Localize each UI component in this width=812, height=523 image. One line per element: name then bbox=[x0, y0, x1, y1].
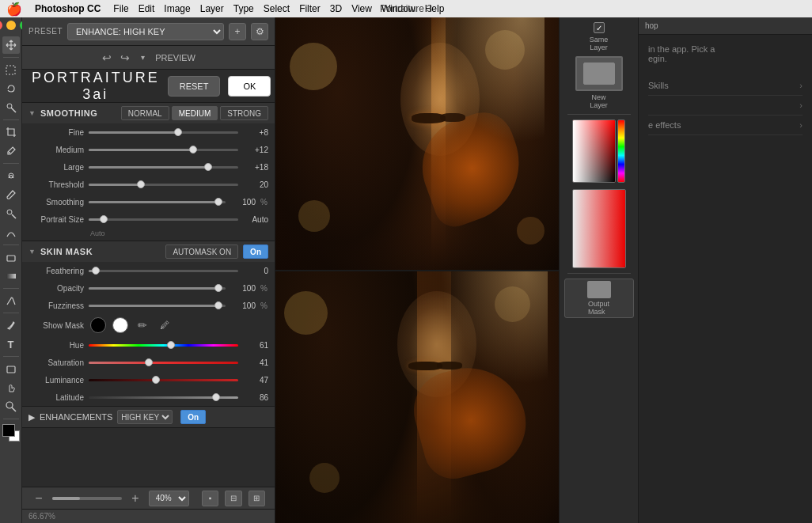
preset-select[interactable]: ENHANCE: HIGH KEY bbox=[67, 23, 224, 40]
history-dropdown[interactable]: ▾ bbox=[138, 50, 150, 66]
tab-strong[interactable]: STRONG bbox=[220, 106, 268, 120]
color-spectrum[interactable] bbox=[617, 119, 625, 183]
tab-medium[interactable]: MEDIUM bbox=[172, 106, 218, 120]
menu-select[interactable]: Select bbox=[264, 3, 290, 14]
smoothing-track[interactable] bbox=[89, 201, 226, 203]
enhancements-header[interactable]: ▶ ENHANCEMENTS HIGH KEY On bbox=[22, 407, 275, 427]
tool-eraser[interactable] bbox=[2, 248, 20, 266]
mask-black[interactable] bbox=[90, 317, 106, 333]
app-name: Photoshop CC bbox=[35, 3, 101, 14]
menu-edit[interactable]: Edit bbox=[138, 3, 155, 14]
foreground-color[interactable] bbox=[2, 424, 20, 442]
tool-clone-stamp[interactable] bbox=[2, 205, 20, 222]
enhancements-toggle[interactable]: On bbox=[180, 410, 206, 424]
zoom-select[interactable]: 40% bbox=[149, 491, 189, 506]
smoothing-thumb[interactable] bbox=[214, 198, 222, 206]
fine-track[interactable] bbox=[89, 131, 238, 134]
slider-large: Large +18 bbox=[22, 158, 275, 176]
view-split-h-btn[interactable]: ⊟ bbox=[225, 491, 241, 506]
skin-mask-header[interactable]: ▼ SKIN MASK AUTOMASK ON On bbox=[22, 241, 275, 262]
menu-file[interactable]: File bbox=[113, 3, 128, 14]
same-layer-check[interactable]: ✓ bbox=[594, 22, 605, 33]
view-split-v-btn[interactable]: ⊞ bbox=[249, 491, 265, 506]
menu-type[interactable]: Type bbox=[233, 3, 254, 14]
view-single-btn[interactable]: ▪ bbox=[202, 491, 218, 506]
menu-3d[interactable]: 3D bbox=[330, 3, 342, 14]
luminance-track[interactable] bbox=[89, 379, 238, 381]
tool-zoom[interactable] bbox=[2, 398, 20, 415]
feathering-track[interactable] bbox=[89, 270, 238, 272]
hue-thumb[interactable] bbox=[167, 341, 175, 349]
fuzziness-track[interactable] bbox=[89, 305, 226, 307]
mask-white[interactable] bbox=[112, 317, 128, 333]
preset-settings-btn[interactable]: ⚙ bbox=[251, 23, 268, 40]
traffic-minimize[interactable] bbox=[6, 21, 16, 30]
luminance-thumb[interactable] bbox=[152, 376, 160, 384]
medium-track[interactable] bbox=[89, 149, 238, 151]
threshold-thumb[interactable] bbox=[137, 180, 145, 188]
tool-move[interactable] bbox=[2, 36, 20, 54]
latitude-thumb[interactable] bbox=[212, 393, 220, 401]
feathering-value: 0 bbox=[243, 267, 268, 275]
opacity-track[interactable] bbox=[89, 287, 226, 290]
fine-thumb[interactable] bbox=[174, 128, 182, 136]
portrait-size-track[interactable] bbox=[89, 218, 238, 221]
color-picker-large[interactable] bbox=[572, 189, 626, 268]
large-thumb[interactable] bbox=[204, 163, 212, 171]
zoom-in-btn[interactable]: + bbox=[128, 491, 142, 506]
reset-btn[interactable]: RESET bbox=[168, 76, 221, 97]
fuzziness-thumb[interactable] bbox=[214, 301, 222, 309]
saturation-thumb[interactable] bbox=[145, 358, 153, 366]
latitude-track[interactable] bbox=[89, 396, 238, 399]
tab-normal[interactable]: NORMAL bbox=[121, 106, 169, 120]
mask-pen-tool[interactable]: ✏ bbox=[135, 317, 150, 333]
smoothing-header[interactable]: ▼ SMOOTHING NORMAL MEDIUM STRONG bbox=[22, 103, 275, 123]
tool-crop[interactable] bbox=[2, 123, 20, 141]
enhancements-preset[interactable]: HIGH KEY bbox=[117, 410, 173, 424]
tool-pen[interactable] bbox=[2, 316, 20, 334]
same-layer-option[interactable]: ✓ SameLayer bbox=[564, 22, 634, 51]
menu-filter[interactable]: Filter bbox=[299, 3, 321, 14]
new-layer-option[interactable]: NewLayer bbox=[564, 56, 634, 109]
traffic-close[interactable] bbox=[0, 21, 2, 30]
opacity-thumb[interactable] bbox=[214, 284, 222, 292]
tool-eyedropper[interactable] bbox=[2, 142, 20, 160]
prop-effects[interactable]: e effects › bbox=[648, 116, 803, 135]
tool-hand[interactable] bbox=[2, 379, 20, 396]
prop-skills[interactable]: Skills › bbox=[648, 76, 803, 96]
preview-bar: ↩ ↪ ▾ PREVIEW bbox=[22, 46, 275, 70]
prop-more[interactable]: › bbox=[648, 96, 803, 116]
ok-btn[interactable]: OK bbox=[228, 76, 271, 97]
preset-add-btn[interactable]: + bbox=[229, 23, 246, 40]
tool-select-rect[interactable] bbox=[2, 61, 20, 78]
menu-image[interactable]: Image bbox=[164, 3, 190, 14]
feathering-thumb[interactable] bbox=[92, 267, 100, 275]
menu-view[interactable]: View bbox=[351, 3, 372, 14]
color-picker-main[interactable] bbox=[572, 119, 616, 183]
tool-text[interactable]: T bbox=[2, 335, 20, 353]
hue-track[interactable] bbox=[89, 344, 238, 347]
automask-btn[interactable]: AUTOMASK ON bbox=[165, 244, 238, 259]
tool-gradient[interactable] bbox=[2, 267, 20, 285]
medium-thumb[interactable] bbox=[189, 146, 197, 153]
tool-lasso[interactable] bbox=[2, 80, 20, 97]
large-track[interactable] bbox=[89, 166, 238, 169]
undo-btn[interactable]: ↩ bbox=[101, 50, 113, 66]
apple-icon[interactable]: 🍎 bbox=[6, 2, 22, 17]
saturation-track[interactable] bbox=[89, 362, 238, 364]
threshold-track[interactable] bbox=[89, 184, 238, 186]
tool-shape[interactable] bbox=[2, 360, 20, 377]
redo-btn[interactable]: ↪ bbox=[120, 50, 131, 66]
portrait-size-thumb[interactable] bbox=[100, 215, 108, 223]
mask-eyedropper[interactable]: 🖉 bbox=[157, 317, 173, 333]
tool-brush[interactable] bbox=[2, 186, 20, 203]
tool-history-brush[interactable] bbox=[2, 224, 20, 241]
tool-dodge[interactable] bbox=[2, 292, 20, 309]
tool-magic-wand[interactable] bbox=[2, 99, 20, 116]
zoom-slider[interactable] bbox=[52, 497, 122, 500]
skin-mask-toggle[interactable]: On bbox=[243, 244, 268, 259]
tool-spot-heal[interactable] bbox=[2, 167, 20, 184]
zoom-out-btn[interactable]: − bbox=[32, 491, 46, 506]
menu-layer[interactable]: Layer bbox=[200, 3, 224, 14]
output-mask-btn[interactable]: OutputMask bbox=[564, 279, 634, 318]
